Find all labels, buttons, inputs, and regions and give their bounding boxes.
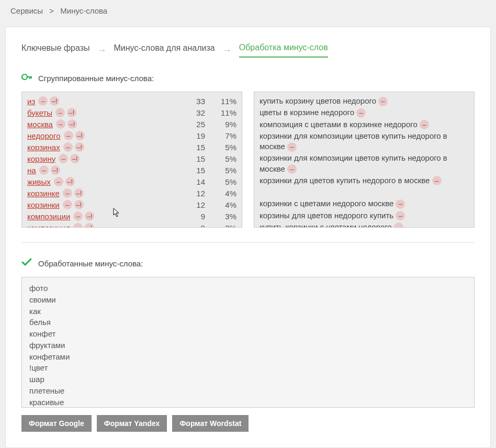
remove-pill[interactable]: – — [55, 108, 65, 117]
processed-word: своими — [29, 294, 467, 306]
grouped-word-row: корзинки––!124% — [27, 199, 236, 210]
remove-exact-pill[interactable]: –! — [75, 131, 85, 140]
grouped-word-link[interactable]: москва — [27, 120, 53, 129]
phrase-text: цветы в корзине недорого — [260, 108, 354, 117]
grouped-word-count: 19 — [179, 131, 205, 140]
grouped-word-count: 14 — [179, 177, 205, 186]
grouped-word-link[interactable]: корзинах — [27, 143, 60, 152]
key-icon — [21, 72, 32, 84]
grouped-word-link[interactable]: композиции — [27, 212, 70, 221]
format-buttons: Формат Google Формат Yandex Формат Words… — [21, 415, 475, 432]
grouped-words-list[interactable]: из––!3311%букеты––!3211%москва––!259%нед… — [21, 92, 242, 228]
remove-pill[interactable]: – — [38, 96, 48, 106]
remove-pill[interactable]: – — [63, 142, 73, 152]
remove-pill[interactable]: – — [356, 108, 366, 118]
grouped-word-pct: 5% — [205, 143, 236, 152]
processed-words-list[interactable]: фотосвоимикакбельяконфетфруктамиконфетам… — [21, 277, 475, 408]
grouped-word-pct: 9% — [205, 120, 236, 129]
grouped-word-row: композиции––!93% — [27, 210, 236, 222]
grouped-word-link[interactable]: на — [27, 166, 36, 175]
phrases-list[interactable]: купить корзину цветов недорого –цветы в … — [254, 92, 475, 228]
step-key-phrases[interactable]: Ключевые фразы — [21, 43, 90, 57]
grouped-word-row: недорого––!197% — [27, 130, 236, 141]
remove-exact-pill[interactable]: –! — [74, 200, 84, 209]
breadcrumb-service[interactable]: Сервисы — [10, 6, 43, 15]
processed-word: фото — [29, 283, 467, 294]
grouped-word-link[interactable]: корзинки — [27, 200, 60, 209]
grouped-word-count: 15 — [179, 154, 205, 163]
grouped-word-pct: 4% — [205, 200, 236, 209]
processed-word: белья — [29, 317, 467, 328]
grouped-word-link[interactable]: композиция — [27, 223, 70, 228]
step-minus-words-analysis[interactable]: Минус-слова для анализа — [114, 43, 215, 57]
grouped-word-count: 12 — [179, 189, 205, 198]
remove-pill[interactable]: – — [63, 188, 72, 198]
format-wordstat-button[interactable]: Формат Wordstat — [172, 415, 249, 432]
phrase-text: композиция с цветами в корзинке недорого — [260, 120, 418, 129]
phrase-row — [260, 186, 469, 198]
remove-exact-pill[interactable]: –! — [50, 96, 59, 106]
grouped-word-row: москва––!259% — [27, 118, 236, 130]
remove-exact-pill[interactable]: –! — [70, 154, 80, 163]
grouped-word-count: 15 — [179, 143, 205, 152]
remove-pill[interactable]: – — [59, 154, 68, 163]
phrase-row: корзинки для композиции цветов купить не… — [260, 152, 469, 175]
phrase-text: купить корзину цветов недорого — [260, 96, 376, 105]
grouped-word-link[interactable]: букеты — [27, 108, 52, 117]
check-icon — [21, 257, 32, 270]
remove-pill[interactable]: – — [54, 177, 63, 186]
processed-word: плетеные — [29, 385, 467, 397]
remove-pill[interactable]: – — [73, 223, 83, 228]
remove-pill[interactable]: – — [394, 222, 403, 228]
grouped-word-row: корзину––!155% — [27, 153, 236, 164]
remove-exact-pill[interactable]: –! — [85, 223, 94, 228]
phrase-row: композиция с цветами в корзинке недорого… — [260, 119, 469, 130]
grouped-word-row: корзинах––!155% — [27, 141, 236, 153]
remove-exact-pill[interactable]: –! — [67, 119, 77, 129]
remove-pill[interactable]: – — [73, 211, 83, 221]
step-minus-words-processing[interactable]: Обработка минус-слов — [239, 43, 328, 58]
grouped-word-count: 15 — [179, 166, 205, 175]
processed-word: как — [29, 306, 467, 317]
remove-exact-pill[interactable]: –! — [74, 188, 84, 198]
format-google-button[interactable]: Формат Google — [21, 415, 92, 432]
grouped-word-count: 32 — [179, 108, 205, 117]
remove-pill[interactable]: – — [287, 142, 297, 152]
remove-pill[interactable]: – — [420, 120, 429, 129]
processed-word: конфетами — [29, 351, 467, 363]
remove-pill[interactable]: – — [56, 119, 65, 129]
breadcrumb-sep: > — [49, 6, 54, 15]
grouped-word-link[interactable]: из — [27, 97, 35, 106]
remove-exact-pill[interactable]: –! — [65, 177, 75, 186]
phrase-text: купить корзинки с цветами недорого — [260, 222, 392, 228]
remove-pill[interactable]: – — [378, 97, 388, 106]
grouped-word-pct: 7% — [205, 131, 236, 140]
remove-pill[interactable]: – — [287, 164, 297, 174]
remove-exact-pill[interactable]: –! — [51, 165, 60, 175]
format-yandex-button[interactable]: Формат Yandex — [97, 415, 167, 432]
phrase-text: корзины для цветов недорого купить — [260, 211, 393, 220]
grouped-word-pct: 3% — [205, 212, 236, 221]
remove-pill[interactable]: – — [396, 211, 405, 220]
grouped-word-link[interactable]: недорого — [27, 131, 61, 140]
divider — [21, 242, 475, 243]
phrase-row: корзинки для цветов купить недорого в мо… — [260, 175, 469, 186]
grouped-word-link[interactable]: корзинке — [27, 189, 60, 198]
phrase-row: корзины для цветов недорого купить – — [260, 210, 469, 221]
grouped-word-link[interactable]: живых — [27, 177, 51, 186]
remove-exact-pill[interactable]: –! — [67, 108, 76, 117]
grouped-word-row: из––!3311% — [27, 95, 236, 107]
remove-pill[interactable]: – — [39, 165, 49, 175]
remove-exact-pill[interactable]: –! — [75, 142, 84, 152]
remove-exact-pill[interactable]: –! — [85, 211, 94, 221]
grouped-word-pct: 11% — [205, 108, 236, 117]
remove-pill[interactable]: – — [64, 131, 73, 140]
remove-pill[interactable]: – — [432, 176, 442, 185]
grouped-word-pct: 5% — [205, 166, 236, 175]
remove-pill[interactable]: – — [63, 200, 72, 209]
grouped-word-pct: 3% — [205, 223, 236, 228]
remove-pill[interactable]: – — [396, 199, 405, 209]
grouped-word-link[interactable]: корзину — [27, 154, 55, 163]
grouped-word-pct: 5% — [205, 154, 236, 163]
processed-title: Обработанные минус-слова: — [38, 259, 143, 268]
